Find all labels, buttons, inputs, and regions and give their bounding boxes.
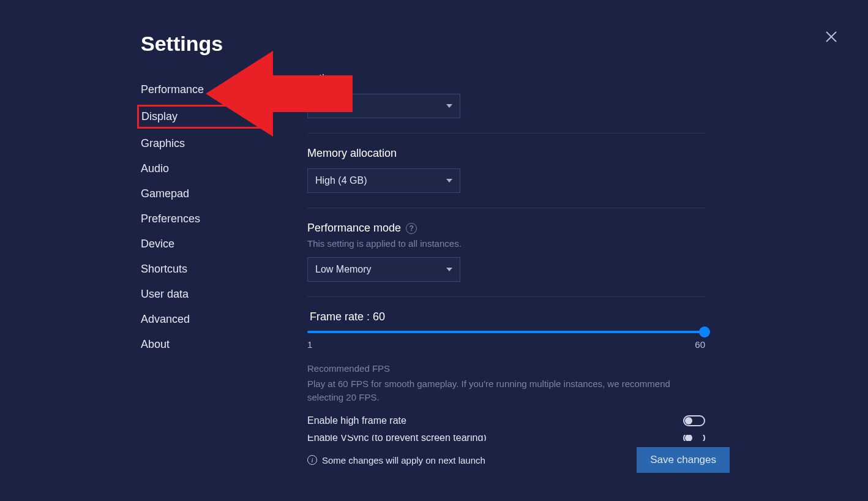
recommended-fps-title: Recommended FPS [307, 363, 705, 374]
high-frame-rate-toggle[interactable] [683, 415, 705, 426]
recommended-fps-body: Play at 60 FPS for smooth gameplay. If y… [307, 377, 687, 404]
memory-allocation-section: Memory allocation High (4 GB) [307, 147, 705, 208]
cpu-allocation-value: Cores) [315, 100, 345, 111]
sidebar-item-device[interactable]: Device [141, 233, 263, 255]
memory-allocation-select[interactable]: High (4 GB) [307, 168, 460, 193]
sidebar-item-shortcuts[interactable]: Shortcuts [141, 258, 263, 281]
performance-mode-desc: This setting is applied to all instances… [307, 238, 705, 249]
vsync-label: Enable VSync (to prevent screen tearing) [307, 435, 487, 441]
sidebar-item-about[interactable]: About [141, 333, 263, 356]
sidebar-item-display[interactable]: Display [137, 105, 263, 129]
help-icon[interactable]: ? [406, 223, 417, 234]
frame-rate-min: 1 [307, 339, 312, 350]
settings-sidebar: PerformanceDisplayGraphicsAudioGamepadPr… [141, 78, 263, 358]
cpu-allocation-section: cation Cores) [307, 72, 705, 134]
save-changes-button[interactable]: Save changes [637, 447, 730, 473]
slider-thumb[interactable] [699, 326, 710, 337]
performance-mode-select[interactable]: Low Memory [307, 257, 460, 282]
sidebar-item-gamepad[interactable]: Gamepad [141, 183, 263, 205]
memory-allocation-value: High (4 GB) [315, 175, 367, 186]
cpu-allocation-label: cation [307, 72, 705, 85]
sidebar-item-preferences[interactable]: Preferences [141, 208, 263, 230]
chevron-down-icon [446, 179, 452, 183]
sidebar-item-user-data[interactable]: User data [141, 283, 263, 306]
high-frame-rate-label: Enable high frame rate [307, 415, 406, 426]
cpu-allocation-select[interactable]: Cores) [307, 94, 460, 118]
high-frame-rate-row: Enable high frame rate [307, 415, 705, 426]
vsync-toggle[interactable] [683, 435, 705, 441]
performance-mode-label: Performance mode ? [307, 222, 705, 235]
chevron-down-icon [446, 104, 452, 108]
settings-main: cation Cores) Memory allocation High (4 … [307, 72, 705, 441]
chevron-down-icon [446, 268, 452, 271]
sidebar-item-advanced[interactable]: Advanced [141, 308, 263, 331]
sidebar-item-audio[interactable]: Audio [141, 157, 263, 180]
footer-bar: i Some changes will apply on next launch… [307, 447, 730, 473]
close-icon[interactable] [824, 29, 839, 44]
footer-note: i Some changes will apply on next launch [307, 455, 485, 465]
performance-mode-value: Low Memory [315, 264, 372, 275]
sidebar-item-performance[interactable]: Performance [141, 78, 263, 101]
frame-rate-section: Frame rate : 60 1 60 Recommended FPS Pla… [307, 311, 705, 441]
performance-mode-section: Performance mode ? This setting is appli… [307, 222, 705, 297]
info-icon: i [307, 455, 317, 465]
sidebar-item-graphics[interactable]: Graphics [141, 132, 263, 155]
page-title: Settings [141, 32, 223, 56]
memory-allocation-label: Memory allocation [307, 147, 705, 160]
vsync-row: Enable VSync (to prevent screen tearing) [307, 435, 705, 441]
frame-rate-max: 60 [695, 339, 705, 350]
frame-rate-label: Frame rate : 60 [310, 311, 705, 323]
frame-rate-slider[interactable] [307, 331, 705, 333]
